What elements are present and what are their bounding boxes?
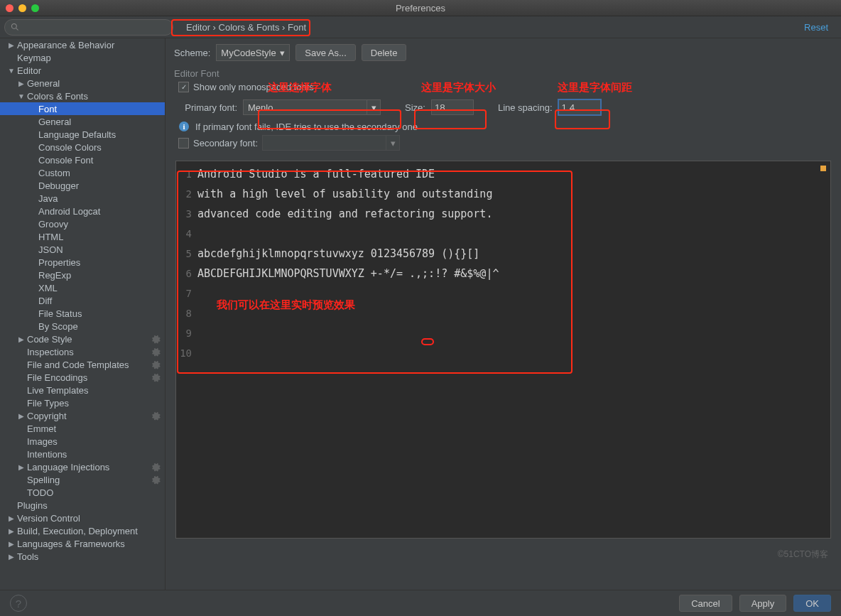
tree-arrow-icon: ▶ [17, 80, 26, 87]
scheme-dropdown[interactable]: MyCodeStyle ▾ [216, 44, 290, 61]
line-number: 1 [176, 164, 192, 184]
secondary-font-dropdown: ▾ [262, 135, 400, 151]
sidebar-item-label: Appearance & Behavior [17, 40, 114, 50]
reset-link[interactable]: Reset [804, 22, 828, 33]
sidebar-item-keymap[interactable]: Keymap [0, 51, 165, 64]
apply-button[interactable]: Apply [739, 595, 787, 612]
sidebar-item-code-style[interactable]: ▶Code Style [0, 333, 165, 345]
ok-button[interactable]: OK [793, 595, 831, 612]
sidebar-item-label: Debugger [38, 180, 79, 191]
sidebar-item-android-logcat[interactable]: Android Logcat [0, 205, 165, 217]
sidebar-item-general[interactable]: General [0, 115, 165, 128]
sidebar-item-console-font[interactable]: Console Font [0, 153, 165, 166]
sidebar-item-file-types[interactable]: File Types [0, 396, 165, 409]
primary-font-dropdown[interactable]: Menlo ▾ [243, 99, 381, 115]
sidebar-item-intentions[interactable]: Intentions [0, 448, 165, 460]
sidebar-item-label: Build, Execution, Deployment [17, 526, 138, 536]
show-monospaced-checkbox[interactable] [178, 82, 189, 92]
sidebar-item-plugins[interactable]: Plugins [0, 499, 165, 512]
tree-arrow-icon: ▶ [7, 553, 16, 561]
sidebar-item-label: Tools [17, 551, 38, 562]
tree-arrow-icon: ▶ [17, 463, 26, 471]
line-number: 5 [176, 244, 192, 264]
gear-icon [151, 360, 161, 369]
sidebar-item-label: Intentions [27, 449, 67, 460]
line-spacing-input[interactable] [558, 99, 601, 115]
gear-icon [151, 475, 161, 485]
sidebar-item-todo[interactable]: TODO [0, 486, 165, 499]
svg-point-0 [12, 24, 17, 29]
sidebar-item-label: Live Templates [27, 385, 88, 396]
sidebar-item-general[interactable]: ▶General [0, 77, 165, 90]
code-line [197, 343, 826, 363]
sidebar-item-language-injections[interactable]: ▶Language Injections [0, 460, 165, 473]
sidebar-item-label: RegExp [38, 270, 71, 281]
line-spacing-label: Line spacing: [498, 102, 553, 113]
sidebar-item-html[interactable]: HTML [0, 230, 165, 243]
sidebar-item-regexp[interactable]: RegExp [0, 269, 165, 281]
search-field[interactable] [22, 21, 167, 33]
sidebar-item-live-templates[interactable]: Live Templates [0, 384, 165, 396]
breadcrumb: Editor › Colors & Fonts › Font [186, 22, 306, 33]
sidebar-item-colors-fonts[interactable]: ▼Colors & Fonts [0, 90, 165, 102]
window-title: Preferences [396, 3, 445, 13]
sidebar-item-copyright[interactable]: ▶Copyright [0, 409, 165, 422]
delete-button[interactable]: Delete [362, 44, 407, 61]
cancel-button[interactable]: Cancel [679, 595, 732, 612]
sidebar-item-java[interactable]: Java [0, 192, 165, 205]
sidebar-item-editor[interactable]: ▼Editor [0, 64, 165, 77]
sidebar-item-label: Inspections [27, 347, 74, 357]
help-icon[interactable]: ? [10, 595, 27, 612]
editor-font-section: Editor Font [174, 68, 832, 79]
gear-icon [151, 334, 161, 344]
sidebar-item-label: Custom [38, 168, 70, 178]
zoom-icon[interactable] [31, 4, 39, 12]
sidebar-item-properties[interactable]: Properties [0, 256, 165, 269]
sidebar-item-debugger[interactable]: Debugger [0, 179, 165, 192]
sidebar-item-build-execution-deployment[interactable]: ▶Build, Execution, Deployment [0, 524, 165, 537]
svg-text:i: i [183, 122, 185, 131]
sidebar-item-label: JSON [38, 244, 63, 255]
gear-icon [151, 411, 161, 421]
sidebar-item-appearance-behavior[interactable]: ▶Appearance & Behavior [0, 38, 165, 51]
tree-arrow-icon: ▶ [7, 527, 16, 535]
sidebar-item-font[interactable]: Font [0, 102, 165, 115]
sidebar-item-inspections[interactable]: Inspections [0, 345, 165, 358]
sidebar-item-console-colors[interactable]: Console Colors [0, 141, 165, 153]
main-panel: Scheme: MyCodeStyle ▾ Save As... Delete … [166, 38, 841, 592]
sidebar-item-file-and-code-templates[interactable]: File and Code Templates [0, 358, 165, 371]
sidebar-item-languages-frameworks[interactable]: ▶Languages & Frameworks [0, 537, 165, 550]
save-as-button[interactable]: Save As... [295, 44, 356, 61]
sidebar-item-language-defaults[interactable]: Language Defaults [0, 128, 165, 141]
sidebar-item-label: File Types [27, 398, 69, 409]
sidebar-item-label: XML [38, 283, 58, 293]
sidebar-item-label: Copyright [27, 411, 67, 421]
sidebar-item-label: Plugins [17, 500, 48, 511]
sidebar-item-images[interactable]: Images [0, 435, 165, 448]
sidebar-item-xml[interactable]: XML [0, 281, 165, 294]
close-icon[interactable] [6, 4, 13, 12]
sidebar-item-json[interactable]: JSON [0, 243, 165, 256]
sidebar-item-version-control[interactable]: ▶Version Control [0, 512, 165, 524]
sidebar-item-groovy[interactable]: Groovy [0, 217, 165, 230]
sidebar-item-file-status[interactable]: File Status [0, 307, 165, 320]
code-line [197, 224, 826, 244]
sidebar-item-emmet[interactable]: Emmet [0, 422, 165, 435]
tree-arrow-icon: ▶ [17, 335, 26, 343]
sidebar-item-custom[interactable]: Custom [0, 166, 165, 179]
info-icon: i [178, 121, 190, 132]
sidebar-item-label: Emmet [27, 423, 56, 434]
sidebar-item-diff[interactable]: Diff [0, 294, 165, 307]
sidebar-item-tools[interactable]: ▶Tools [0, 550, 165, 563]
sidebar-item-by-scope[interactable]: By Scope [0, 320, 165, 333]
size-input[interactable] [431, 99, 474, 115]
sidebar-item-spelling[interactable]: Spelling [0, 473, 165, 486]
search-input[interactable] [4, 19, 173, 36]
line-number: 9 [176, 323, 192, 343]
secondary-font-checkbox[interactable] [178, 138, 189, 148]
sidebar-item-label: Java [38, 193, 58, 204]
tree-arrow-icon: ▼ [7, 67, 16, 75]
sidebar-item-file-encodings[interactable]: File Encodings [0, 371, 165, 384]
minimize-icon[interactable] [18, 4, 26, 12]
sidebar-item-label: File and Code Templates [27, 360, 129, 370]
